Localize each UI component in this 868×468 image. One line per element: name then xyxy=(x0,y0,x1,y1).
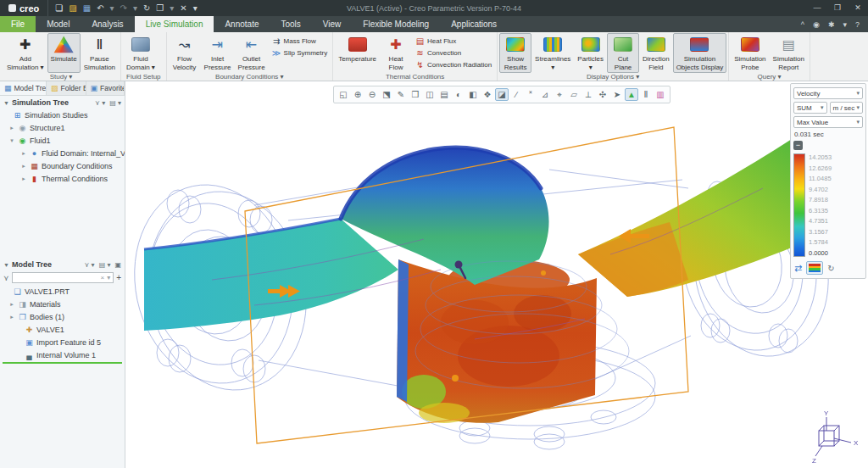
customize-caret-icon[interactable]: ▾ xyxy=(193,0,198,16)
spin-center-icon[interactable]: ✣ xyxy=(596,88,609,101)
open-file-icon[interactable]: ▨ xyxy=(69,0,76,16)
mass-flow-button[interactable]: ⇉ Mass Flow xyxy=(270,36,330,47)
zoom-out-icon[interactable]: ⊖ xyxy=(365,88,379,101)
settings-gear-icon[interactable]: ✱ xyxy=(828,20,835,29)
viewport-3d[interactable]: Y X Z xyxy=(125,81,868,468)
heat-flux-button[interactable]: ▤ Heat Flux xyxy=(414,36,493,47)
expand-arrow-icon[interactable]: ▸ xyxy=(20,163,27,170)
window-icon[interactable]: ❐ xyxy=(156,0,164,16)
ribbon-tab[interactable]: File xyxy=(0,16,36,32)
navigator-tab[interactable]: ▨ Folder B xyxy=(47,81,86,95)
cut-plane-button[interactable]: Cut Plane xyxy=(607,33,639,73)
fluid-domain-button[interactable]: Fluid Domain ▾ xyxy=(123,33,159,73)
ribbon-tab[interactable]: Tools xyxy=(270,16,311,32)
tree-item[interactable]: ▣ Import Feature id 5 xyxy=(0,336,125,348)
ribbon-tab[interactable]: View xyxy=(312,16,353,32)
redo-caret-icon[interactable]: ▾ xyxy=(133,0,137,16)
repaint-icon[interactable]: ✎ xyxy=(394,88,408,101)
tree-item[interactable]: ▸ ● Fluid Domain: Internal_Volume_1 xyxy=(0,147,125,159)
zoom-in-icon[interactable]: ⊕ xyxy=(351,88,364,101)
collapse-arrow-icon[interactable]: ▼ xyxy=(3,100,9,106)
pause-simulation-button[interactable]: Ⅱ Pause Simulation xyxy=(81,33,119,73)
collapse-arrow-icon[interactable]: ▼ xyxy=(3,262,9,268)
pause-icon[interactable]: Ⅱ xyxy=(639,88,653,101)
tree-item[interactable]: ▸ ◉ Structure1 xyxy=(0,121,125,134)
ribbon-tab[interactable]: Live Simulation xyxy=(135,16,214,32)
more-caret-icon[interactable]: ▾ xyxy=(843,20,847,29)
inlet-pressure-button[interactable]: ⇥ Inlet Pressure xyxy=(201,33,235,73)
heat-flow-button[interactable]: ✚ Heat Flow xyxy=(380,33,412,73)
datum-plane-display-icon[interactable]: ▱ xyxy=(567,88,581,101)
new-file-icon[interactable]: ❏ xyxy=(55,0,63,16)
tree-item[interactable]: ▸ ◨ Materials xyxy=(0,298,125,310)
minimize-button[interactable]: — xyxy=(807,0,827,16)
tree-settings-icon[interactable]: ▤ ▾ xyxy=(99,261,111,269)
section-icon[interactable]: ◧ xyxy=(466,88,480,101)
simulation-report-button[interactable]: ▤ Simulation Report xyxy=(770,33,808,73)
probe-icon[interactable]: ▥ xyxy=(654,88,667,101)
simulate-icon[interactable]: ▲ xyxy=(625,88,638,101)
ribbon-tab[interactable]: Applications xyxy=(440,16,508,32)
regenerate-icon[interactable]: ↻ xyxy=(143,0,150,16)
expand-arrow-icon[interactable]: ▸ xyxy=(20,176,27,182)
add-simulation-button[interactable]: ✚ Add Simulation ▾ xyxy=(3,33,47,73)
simulation-probe-button[interactable]: Simulation Probe xyxy=(731,33,769,73)
filter-funnel-icon[interactable]: ⋎ xyxy=(3,274,9,282)
refit-icon[interactable]: ⬔ xyxy=(380,88,393,101)
tree-item[interactable]: ⊞ Simulation Studies xyxy=(0,109,125,121)
particles-button[interactable]: Particles ▾ xyxy=(574,33,607,73)
ribbon-tab[interactable]: Analysis xyxy=(81,16,134,32)
zoom-region-icon[interactable]: ◱ xyxy=(337,88,350,101)
minimize-ribbon-icon[interactable]: ^ xyxy=(801,20,804,29)
datum-axis-display-icon[interactable]: ⊿ xyxy=(538,88,552,101)
mode-select[interactable]: Max Value ▾ xyxy=(793,116,863,128)
restore-button[interactable]: ❐ xyxy=(827,0,848,16)
tree-columns-icon[interactable]: ▣ xyxy=(114,261,121,269)
ribbon-tab[interactable]: Flexible Modeling xyxy=(352,16,440,32)
tree-settings-icon[interactable]: ▤ ▾ xyxy=(109,99,121,107)
tree-item[interactable]: ✚ VALVE1 xyxy=(0,323,125,336)
stat-select[interactable]: SUM ▾ xyxy=(793,102,827,114)
capture-icon[interactable]: ▤ xyxy=(437,88,451,101)
unit-select[interactable]: m / sec ▾ xyxy=(830,102,864,114)
expand-arrow-icon[interactable]: ▸ xyxy=(8,314,15,320)
direction-field-button[interactable]: Direction Field xyxy=(639,33,673,73)
window-caret-icon[interactable]: ▾ xyxy=(170,0,174,16)
expand-arrow-icon[interactable]: ▸ xyxy=(8,301,15,308)
clear-search-icon[interactable]: × xyxy=(100,274,104,281)
convection-radiation-button[interactable]: ↯ Convection Radiation xyxy=(414,59,493,70)
tree-filter-icon[interactable]: ⋎ ▾ xyxy=(95,99,105,107)
quantity-select[interactable]: Velocity ▾ xyxy=(793,87,863,99)
convection-button[interactable]: ≋ Convection xyxy=(414,47,493,58)
sketch-display-icon[interactable]: ∕ xyxy=(509,88,523,101)
temperature-button[interactable]: Temperature xyxy=(335,33,380,73)
simulation-objects-display-button[interactable]: Simulation Objects Display xyxy=(673,33,727,73)
save-icon[interactable]: ▦ xyxy=(83,0,91,16)
ribbon-tab[interactable]: Model xyxy=(36,16,81,32)
display-style-icon[interactable]: ◐ xyxy=(452,88,465,101)
appearances-icon[interactable]: ❖ xyxy=(481,88,494,101)
tree-filter-icon[interactable]: ⋎ ▾ xyxy=(85,261,95,269)
simulate-button[interactable]: Simulate xyxy=(47,33,81,73)
slip-symmetry-button[interactable]: ≫ Slip Symmetry xyxy=(270,47,330,58)
tree-item[interactable]: ▸ ❒ Bodies (1) xyxy=(0,310,125,323)
tree-item[interactable]: ▸ ▦ Boundary Conditions xyxy=(0,159,125,172)
expand-arrow-icon[interactable]: ▸ xyxy=(20,150,27,157)
help-icon[interactable]: ? xyxy=(855,20,860,29)
add-column-button[interactable]: + xyxy=(116,273,121,282)
search-input[interactable]: × ▾ xyxy=(12,272,114,283)
datum-point-display-icon[interactable]: ˟ xyxy=(524,88,537,101)
close-button[interactable]: ✕ xyxy=(848,0,868,16)
dragger-icon[interactable]: ➤ xyxy=(610,88,624,101)
legend-toggle-button[interactable] xyxy=(806,261,823,275)
flow-velocity-button[interactable]: ↝ Flow Velocity xyxy=(169,33,201,73)
expand-arrow-icon[interactable]: ▾ xyxy=(8,137,15,144)
navigator-tab[interactable]: ▦ Model Tree xyxy=(0,81,47,95)
tree-item[interactable]: ▸ ▮ Thermal Conditions xyxy=(0,172,125,185)
refresh-icon[interactable]: ↻ xyxy=(827,264,834,273)
view-manager-icon[interactable]: ◫ xyxy=(423,88,437,101)
user-presence-icon[interactable]: ◉ xyxy=(813,20,820,29)
annotation-plane-icon[interactable]: ⟂ xyxy=(581,88,595,101)
named-views-icon[interactable]: ❒ xyxy=(409,88,422,101)
ribbon-tab[interactable]: Annotate xyxy=(214,16,270,32)
